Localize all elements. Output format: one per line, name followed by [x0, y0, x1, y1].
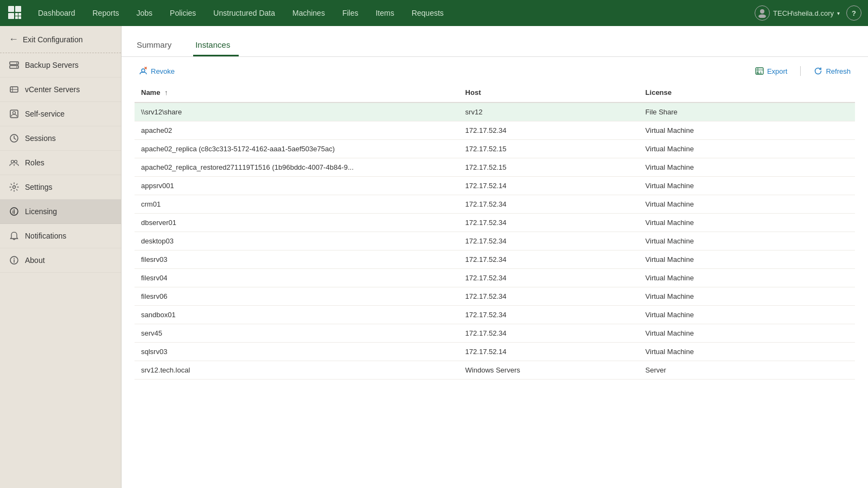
- cell-host: srv12: [459, 102, 639, 121]
- svg-rect-1: [15, 6, 21, 12]
- cell-license: Virtual Machine: [639, 269, 855, 287]
- help-button[interactable]: ?: [846, 5, 861, 21]
- toolbar-left: Revoke: [135, 65, 179, 78]
- svg-point-17: [13, 112, 16, 114]
- refresh-label: Refresh: [826, 67, 851, 75]
- sidebar-item-backup-servers[interactable]: Backup Servers: [0, 53, 121, 78]
- sidebar-item-notifications[interactable]: Notifications: [0, 224, 121, 248]
- nav-requests[interactable]: Requests: [404, 5, 451, 21]
- table-row[interactable]: filesrv04172.17.52.34Virtual Machine: [135, 269, 855, 287]
- exit-configuration-label: Exit Configuration: [23, 35, 83, 44]
- table-row[interactable]: apache02_replica (c8c3c313-5172-4162-aaa…: [135, 140, 855, 158]
- vcenter-icon: [9, 84, 20, 95]
- table-row[interactable]: crm01172.17.52.34Virtual Machine: [135, 195, 855, 214]
- svg-rect-6: [18, 16, 21, 19]
- svg-point-30: [142, 69, 145, 72]
- main-layout: ← Exit Configuration Backup Servers: [0, 26, 868, 488]
- cell-name: sqlsrv03: [135, 343, 459, 361]
- table-row[interactable]: filesrv06172.17.52.34Virtual Machine: [135, 287, 855, 306]
- table-row[interactable]: sandbox01172.17.52.34Virtual Machine: [135, 306, 855, 324]
- nav-machines[interactable]: Machines: [285, 5, 333, 21]
- nav-items[interactable]: Items: [368, 5, 401, 21]
- svg-rect-0: [8, 6, 14, 12]
- user-menu[interactable]: TECH\sheila.d.cory ▾: [755, 5, 840, 21]
- sidebar-backup-servers-label: Backup Servers: [25, 61, 79, 69]
- cell-name: filesrv04: [135, 269, 459, 287]
- sidebar-item-about[interactable]: About: [0, 248, 121, 273]
- export-label: Export: [767, 67, 788, 75]
- sidebar-item-vcenter-servers[interactable]: vCenter Servers: [0, 78, 121, 102]
- table-row[interactable]: apache02172.17.52.34Virtual Machine: [135, 121, 855, 140]
- cell-name: apache02: [135, 121, 459, 140]
- nav-reports[interactable]: Reports: [85, 5, 127, 21]
- svg-point-20: [15, 160, 17, 163]
- nav-files[interactable]: Files: [335, 5, 366, 21]
- cell-host: 172.17.52.34: [459, 324, 639, 343]
- nav-jobs[interactable]: Jobs: [129, 5, 161, 21]
- sidebar-item-sessions[interactable]: Sessions: [0, 126, 121, 151]
- cell-license: Virtual Machine: [639, 140, 855, 158]
- cell-host: 172.17.52.15: [459, 158, 639, 177]
- nav-unstructured-data[interactable]: Unstructured Data: [206, 5, 283, 21]
- revoke-label: Revoke: [151, 67, 175, 75]
- col-header-name[interactable]: Name ↑: [135, 83, 459, 102]
- revoke-button[interactable]: Revoke: [135, 65, 179, 78]
- licensing-icon: i: [9, 206, 20, 217]
- table-row[interactable]: sqlsrv03172.17.52.14Virtual Machine: [135, 343, 855, 361]
- top-navigation: Dashboard Reports Jobs Policies Unstruct…: [0, 0, 868, 26]
- about-icon: [9, 255, 20, 266]
- table-row[interactable]: srv12.tech.localWindows ServersServer: [135, 361, 855, 380]
- table-row[interactable]: dbserver01172.17.52.34Virtual Machine: [135, 214, 855, 232]
- toolbar: Revoke XLS Export: [122, 57, 868, 83]
- nav-policies[interactable]: Policies: [162, 5, 203, 21]
- cell-host: 172.17.52.34: [459, 121, 639, 140]
- table-row[interactable]: serv45172.17.52.34Virtual Machine: [135, 324, 855, 343]
- svg-rect-5: [15, 16, 18, 19]
- sidebar-notifications-label: Notifications: [25, 232, 66, 240]
- svg-point-12: [16, 67, 17, 68]
- cell-name: srv12.tech.local: [135, 361, 459, 380]
- cell-license: Virtual Machine: [639, 214, 855, 232]
- toolbar-right: XLS Export Refresh: [751, 65, 855, 78]
- col-header-license: License: [639, 83, 855, 102]
- cell-host: 172.17.52.34: [459, 251, 639, 269]
- table-row[interactable]: desktop03172.17.52.34Virtual Machine: [135, 232, 855, 251]
- sidebar-vcenter-servers-label: vCenter Servers: [25, 85, 80, 94]
- cell-license: File Share: [639, 102, 855, 121]
- svg-point-19: [11, 160, 14, 163]
- cell-host: Windows Servers: [459, 361, 639, 380]
- topnav-right: TECH\sheila.d.cory ▾ ?: [755, 5, 861, 21]
- table-row[interactable]: appsrv001172.17.52.14Virtual Machine: [135, 177, 855, 195]
- cell-license: Virtual Machine: [639, 195, 855, 214]
- sort-arrow-name: ↑: [164, 88, 168, 97]
- sidebar-item-roles[interactable]: Roles: [0, 151, 121, 175]
- tab-summary[interactable]: Summary: [135, 35, 180, 56]
- table-row[interactable]: apache02_replica_restored271119T1516 (1b…: [135, 158, 855, 177]
- sidebar-item-self-service[interactable]: Self-service: [0, 102, 121, 126]
- svg-point-29: [14, 258, 15, 259]
- cell-host: 172.17.52.34: [459, 214, 639, 232]
- exit-configuration-button[interactable]: ← Exit Configuration: [0, 26, 121, 53]
- table-row[interactable]: \\srv12\sharesrv12File Share: [135, 102, 855, 121]
- cell-license: Virtual Machine: [639, 121, 855, 140]
- sidebar-settings-label: Settings: [25, 183, 53, 191]
- cell-name: sandbox01: [135, 306, 459, 324]
- refresh-button[interactable]: Refresh: [809, 65, 855, 78]
- nav-dashboard[interactable]: Dashboard: [30, 5, 83, 21]
- table-row[interactable]: filesrv03172.17.52.34Virtual Machine: [135, 251, 855, 269]
- roles-icon: [9, 157, 20, 168]
- tab-instances[interactable]: Instances: [193, 35, 239, 56]
- cell-license: Server: [639, 361, 855, 380]
- cell-name: serv45: [135, 324, 459, 343]
- settings-icon: [9, 182, 20, 192]
- sidebar-item-licensing[interactable]: i Licensing: [0, 200, 121, 224]
- user-avatar-icon: [755, 5, 770, 21]
- cell-host: 172.17.52.34: [459, 232, 639, 251]
- sessions-icon: [9, 133, 20, 144]
- cell-host: 172.17.52.34: [459, 195, 639, 214]
- svg-point-22: [13, 186, 16, 189]
- cell-license: Virtual Machine: [639, 306, 855, 324]
- cell-license: Virtual Machine: [639, 324, 855, 343]
- export-button[interactable]: XLS Export: [751, 65, 792, 78]
- sidebar-item-settings[interactable]: Settings: [0, 175, 121, 200]
